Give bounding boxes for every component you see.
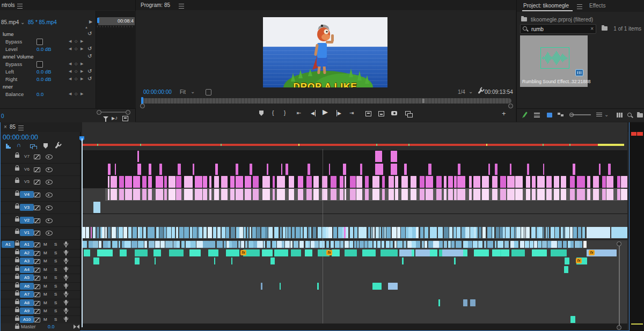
timeline-clip[interactable] (564, 266, 568, 273)
voiceover-mic-icon[interactable] (65, 275, 67, 278)
timeline-clip[interactable] (456, 241, 462, 248)
timeline-clip[interactable] (368, 241, 372, 248)
timeline-clip[interactable] (164, 189, 167, 200)
timeline-clip[interactable] (495, 241, 496, 248)
timeline-clip[interactable] (264, 241, 265, 248)
pan-bowtie-icon[interactable] (74, 325, 79, 329)
vscroll-handle-bottom[interactable] (617, 325, 621, 330)
timeline-clip[interactable] (165, 241, 170, 248)
playhead-line[interactable] (82, 138, 83, 327)
timeline-clip[interactable] (570, 176, 575, 187)
timeline-clip[interactable] (221, 176, 228, 187)
timeline-clip[interactable] (173, 241, 176, 248)
timeline-clip[interactable] (354, 241, 356, 248)
track-target-v6[interactable]: V6 (20, 166, 34, 173)
timeline-clip[interactable] (397, 227, 400, 238)
track-target-a3[interactable]: A3 (20, 258, 34, 264)
timeline-clip[interactable] (496, 227, 499, 238)
timeline-clip[interactable] (193, 164, 194, 175)
timeline-clip[interactable] (465, 227, 469, 238)
kf-prev-icon[interactable]: ◀ (69, 62, 71, 66)
mute-button[interactable]: M (43, 300, 47, 305)
track-lane-v3[interactable] (82, 201, 627, 215)
timeline-clip[interactable] (422, 241, 425, 248)
timeline-clip[interactable] (282, 241, 284, 248)
track-target-v5[interactable]: V5 (20, 178, 34, 185)
sync-lock-icon[interactable] (34, 205, 40, 210)
timeline-clip[interactable] (444, 241, 447, 248)
timeline-clip[interactable] (425, 241, 427, 248)
timeline-clip[interactable] (190, 227, 192, 238)
track-lane-a9[interactable] (82, 307, 627, 316)
timeline-clip[interactable] (457, 189, 465, 200)
timeline-clip[interactable] (520, 241, 524, 248)
timeline-clip[interactable] (286, 164, 288, 175)
mute-button[interactable]: M (43, 251, 47, 255)
timeline-clip[interactable] (108, 227, 111, 238)
ec-playhead[interactable] (97, 18, 99, 23)
timeline-clip[interactable] (444, 176, 447, 187)
timeline-clip[interactable] (570, 316, 575, 323)
timeline-clip[interactable] (404, 164, 407, 175)
solo-button[interactable]: S (54, 259, 57, 263)
timeline-clip[interactable] (416, 227, 419, 238)
timeline-clip[interactable] (269, 227, 273, 238)
timeline-clip[interactable] (328, 227, 332, 238)
linked-selection-icon[interactable] (30, 144, 35, 148)
timeline-clip[interactable] (439, 241, 443, 248)
timeline-clip[interactable] (343, 164, 346, 175)
timeline-clip[interactable] (444, 227, 448, 238)
timeline-clip[interactable] (245, 241, 247, 248)
sync-lock-icon[interactable] (34, 259, 40, 264)
play-audio-icon[interactable]: ▶♪ (112, 115, 118, 121)
sync-lock-icon[interactable] (34, 318, 40, 322)
timeline-clip[interactable] (492, 176, 497, 187)
timeline-clip[interactable] (451, 241, 455, 248)
kf-prev-icon[interactable]: ◀ (69, 92, 71, 96)
timeline-clip[interactable] (199, 227, 202, 238)
timeline-clip[interactable] (408, 227, 412, 238)
solo-button[interactable]: S (54, 275, 57, 280)
voiceover-mic-icon[interactable] (65, 300, 67, 303)
timeline-clip[interactable] (160, 241, 165, 248)
timeline-clip[interactable] (510, 241, 514, 248)
timeline-clip[interactable] (564, 227, 565, 238)
timeline-clip[interactable] (444, 189, 447, 200)
timeline-clip[interactable] (360, 241, 363, 248)
ec-hscroll-handle-right[interactable] (126, 110, 130, 115)
timeline-clip[interactable] (250, 227, 251, 238)
timeline-clip[interactable] (463, 299, 467, 306)
timeline-clip[interactable] (122, 241, 125, 248)
sync-lock-icon[interactable] (34, 218, 40, 223)
track-lane-a4[interactable] (82, 266, 627, 275)
timeline-clip[interactable] (111, 176, 117, 187)
list-view-icon[interactable] (534, 113, 540, 117)
timeline-clip[interactable] (111, 189, 117, 200)
timeline-clip[interactable] (285, 241, 290, 248)
reset-icon[interactable]: ↺ (87, 31, 92, 36)
ec-value[interactable]: 0.0 dB (36, 76, 51, 82)
timeline-clip[interactable] (537, 189, 545, 200)
timeline-clip[interactable] (377, 241, 380, 248)
timeline-clip[interactable] (526, 189, 531, 200)
step-forward-icon[interactable]: ▶ (336, 110, 341, 116)
timeline-clip[interactable] (532, 176, 535, 187)
voiceover-mic-icon[interactable] (65, 241, 67, 245)
voiceover-mic-icon[interactable] (65, 258, 67, 261)
timeline-clip[interactable] (503, 227, 505, 238)
timeline-clip[interactable] (546, 176, 552, 187)
timeline-clip[interactable] (116, 227, 119, 238)
timeline-clip[interactable] (463, 241, 468, 248)
sync-lock-icon[interactable] (34, 180, 40, 185)
track-lane-a3[interactable] (82, 257, 627, 266)
timeline-clip[interactable] (164, 176, 167, 187)
track-target-a4[interactable]: A4 (20, 266, 34, 273)
timeline-clip[interactable] (354, 227, 357, 238)
timeline-clip[interactable] (176, 176, 181, 187)
timeline-clip[interactable] (478, 241, 482, 248)
timeline-clip[interactable] (532, 249, 547, 256)
timeline-clip[interactable] (261, 283, 262, 290)
timeline-clip[interactable] (331, 189, 336, 200)
timeline-clip[interactable] (382, 176, 385, 187)
track-lock-icon[interactable] (15, 155, 19, 158)
